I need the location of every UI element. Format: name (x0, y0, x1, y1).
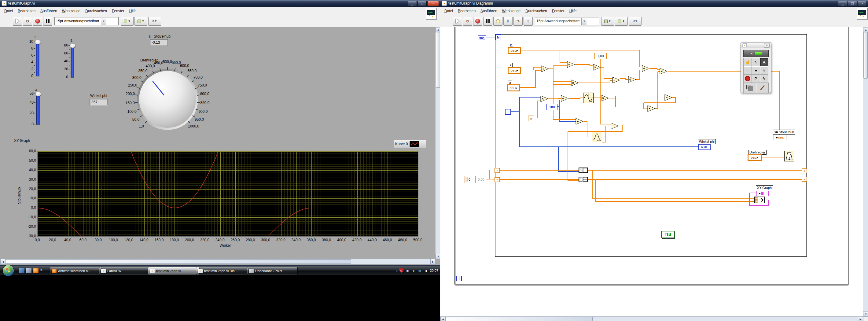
terminal-drehregler[interactable]: DBL▶ (748, 155, 761, 160)
step-over-button[interactable]: ↷ (514, 17, 523, 26)
abort-button[interactable] (33, 17, 42, 26)
op-divide-3[interactable]: ÷ (576, 118, 584, 125)
shift-register-left-2[interactable]: ▼ (495, 177, 500, 182)
palette-titlebar[interactable]: ✕ (741, 42, 771, 48)
menu-durchsuchen[interactable]: Durchsuchen (83, 8, 110, 14)
vi-icon-thumbnail[interactable]: 1 (426, 8, 437, 20)
op-subtract-4[interactable]: − (611, 123, 619, 129)
taskbar-clock[interactable]: 20:07 (430, 269, 438, 272)
slider-r-track[interactable] (36, 41, 39, 77)
start-button[interactable] (2, 265, 14, 276)
step-out-button[interactable]: ⇑ (524, 17, 533, 26)
menu-durchsuchen[interactable]: Durchsuchen (523, 8, 550, 14)
graph-legend[interactable]: Kurve 0 (394, 140, 426, 148)
const-0[interactable]: ▲▼0 (465, 176, 475, 183)
scroll-left-arrow[interactable]: ◀ (440, 317, 445, 321)
menu-hilfe[interactable]: Hilfe (567, 8, 579, 14)
close-button[interactable]: ✕ (427, 1, 439, 6)
palette-close-icon[interactable]: ✕ (764, 43, 770, 48)
op-multiply-2[interactable]: × (571, 80, 579, 86)
run-button[interactable] (13, 17, 22, 26)
tool-color-copy[interactable]: ✎ (760, 74, 768, 83)
op-divide-2[interactable]: ÷ (561, 95, 569, 102)
menu-hilfe[interactable]: Hilfe (127, 8, 139, 14)
close-button[interactable]: ✕ (858, 1, 867, 6)
font-selector[interactable]: 15pt Anwendungsschriftart▼ (535, 17, 599, 25)
tool-menu[interactable]: ≡ (751, 66, 760, 75)
tray-network-icon[interactable]: ◍ (417, 268, 422, 273)
quicklaunch-show-desktop[interactable] (19, 268, 25, 273)
scrollbar-thumb[interactable] (5, 259, 351, 264)
tool-paint[interactable] (756, 83, 769, 93)
minimize-button[interactable]: ▁ (408, 1, 417, 6)
slider-r-knob[interactable] (35, 40, 41, 44)
function-build-array-1[interactable] (579, 168, 588, 173)
function-wait-ms[interactable] (784, 151, 794, 162)
tool-wire[interactable]: ≈ (743, 66, 752, 75)
align-objects-dropdown[interactable]: ▼ (121, 17, 133, 26)
scrollbar-thumb[interactable] (445, 317, 593, 321)
scrollbar-thumb[interactable] (863, 32, 868, 79)
tray-antivirus-shield-icon[interactable]: G (399, 268, 403, 273)
front-panel-titlebar[interactable]: test6mitGraph.vi ▁ ▢ ✕ (0, 0, 440, 7)
op-multiply-5[interactable]: × (659, 68, 668, 75)
terminal-r[interactable]: DBL▶ (508, 67, 521, 74)
maximize-button[interactable]: ▢ (417, 1, 427, 6)
slider-a-track[interactable] (36, 93, 40, 125)
menu-werkzeuge[interactable]: Werkzeuge (500, 8, 523, 14)
const-false[interactable]: TF (661, 231, 675, 238)
terminal-stoesselhub[interactable]: ▶DBL (774, 135, 786, 140)
tray-expand-chevron[interactable]: ‹ (396, 268, 397, 273)
pause-button[interactable] (43, 17, 52, 26)
op-multiply-3[interactable]: × (540, 95, 548, 102)
font-selector[interactable]: 15pt Anwendungsschriftart▼ (54, 17, 119, 25)
restore-button[interactable]: ❐ (848, 1, 857, 6)
menu-datei[interactable]: Datei (2, 8, 15, 14)
menu-fenster[interactable]: Fenster (550, 8, 567, 14)
tool-scroll[interactable]: ☟ (760, 66, 768, 75)
tool-set-color[interactable] (743, 83, 756, 93)
taskbar-button-test6mitgraph-vi[interactable]: ➤test6mitGraph.vi (148, 267, 199, 275)
function-bundle[interactable] (754, 197, 765, 203)
pause-button[interactable] (483, 17, 492, 26)
font-dropdown-icon[interactable]: ▼ (581, 18, 587, 25)
scroll-right-arrow[interactable]: ▶ (430, 259, 436, 264)
shift-register-right-1[interactable]: ▲ (802, 169, 807, 173)
scroll-down-arrow[interactable]: ▼ (863, 312, 868, 317)
tool-position[interactable]: ↖ (751, 58, 760, 66)
tray-display-icon[interactable]: ▣ (405, 268, 409, 273)
terminal-winkel-phi[interactable]: ▶I32 (699, 144, 711, 150)
shift-register-right-2[interactable]: ▲ (802, 177, 807, 182)
vi-icon-thumbnail[interactable]: 1 (857, 8, 868, 20)
graph-plot-area[interactable] (37, 151, 418, 237)
op-subtract-2[interactable]: − (642, 65, 650, 72)
slider-l1-knob[interactable] (70, 44, 75, 48)
const-1-00[interactable]: 1,00 (594, 53, 607, 59)
taskbar-button-labview[interactable]: ➤LabVIEW (99, 267, 150, 275)
taskbar-button-antwort-schreiben-a-[interactable]: Antwort schreiben a... (50, 267, 101, 275)
const-pi[interactable]: π (528, 116, 534, 121)
terminal-a[interactable]: DBL▶ (507, 85, 520, 91)
menu-werkzeuge[interactable]: Werkzeuge (60, 8, 83, 14)
block-diagram-titlebar[interactable]: test6mitGraph.vi Diagramm ▁ ❐ ✕ (440, 0, 868, 7)
horizontal-scrollbar[interactable]: ◀ ▶ (0, 259, 436, 264)
tool-edit-text[interactable]: A (760, 58, 768, 66)
scroll-left-arrow[interactable]: ◀ (0, 259, 5, 264)
shift-register-left-1[interactable]: ▼ (495, 168, 500, 173)
quicklaunch-firefox[interactable] (33, 268, 38, 273)
highlight-execution-button[interactable] (493, 17, 502, 26)
reorder-dropdown[interactable]: ↺▼ (148, 17, 161, 26)
op-multiply-6[interactable]: × (647, 105, 655, 112)
op-subtract-3[interactable]: − (664, 94, 672, 101)
step-into-button[interactable]: ⇓ (503, 17, 513, 26)
menu-datei[interactable]: Datei (442, 8, 455, 14)
run-continuous-button[interactable]: ↻ (463, 17, 472, 26)
winkel-phi-value[interactable]: 357 (90, 99, 107, 106)
run-continuous-button[interactable]: ↻ (23, 17, 32, 26)
const-180[interactable]: 180 (547, 104, 557, 110)
const-0-00[interactable]: 0,00 (476, 176, 486, 183)
slider-l1-track[interactable] (71, 45, 74, 78)
taskbar-button-unbenannt-paint[interactable]: Unbenannt - Paint (247, 267, 298, 275)
op-add[interactable]: + (541, 65, 549, 72)
terminal-l1[interactable]: DBL▶ (508, 48, 521, 54)
